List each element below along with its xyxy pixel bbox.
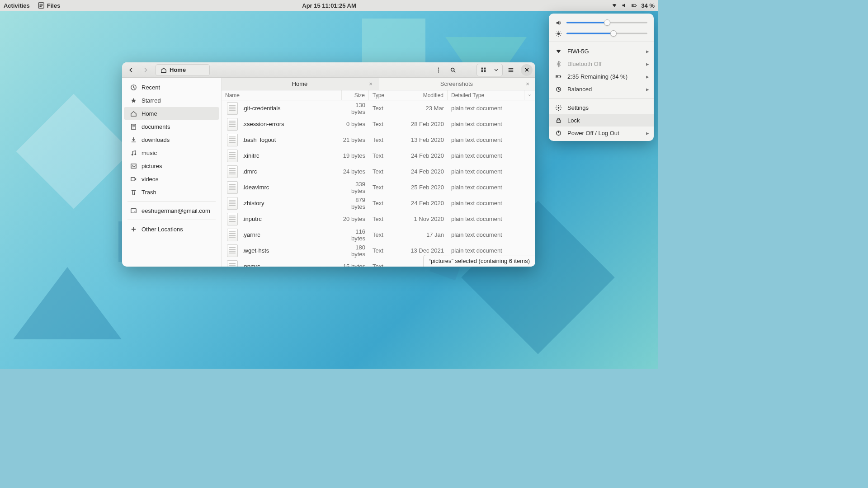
file-name: .inputrc: [242, 216, 342, 222]
window-close-button[interactable]: [521, 64, 533, 76]
file-list[interactable]: .git-credentials130 bytesText23 Marplain…: [222, 100, 535, 267]
system-status-area[interactable]: 34 %: [611, 2, 655, 9]
file-detailed-type: plain text document: [448, 200, 535, 206]
file-row[interactable]: .xsession-errors0 bytesText28 Feb 2020pl…: [222, 116, 535, 132]
tab-home[interactable]: Home×: [222, 78, 378, 90]
file-type: Text: [369, 216, 403, 222]
picture-icon: [130, 163, 137, 169]
places-sidebar: RecentStarredHomedocumentsdownloadsmusic…: [122, 78, 222, 267]
col-size[interactable]: Size: [342, 90, 369, 100]
home-icon: [130, 110, 137, 117]
svg-rect-19: [131, 208, 136, 212]
sidebar-item-downloads[interactable]: downloads: [124, 133, 219, 146]
sidebar-item-recent[interactable]: Recent: [124, 81, 219, 94]
file-row[interactable]: .ideavimrc339 bytesText25 Feb 2020plain …: [222, 179, 535, 195]
file-type: Text: [369, 263, 403, 267]
bluetooth-menu-item[interactable]: Bluetooth Off ▸: [549, 57, 654, 70]
sidebar-item-documents[interactable]: documents: [124, 120, 219, 133]
power-off-menu-item[interactable]: Power Off / Log Out ▸: [549, 127, 654, 139]
chevron-right-icon: ▸: [646, 73, 649, 80]
panel-clock[interactable]: Apr 15 11:01:25 AM: [302, 2, 356, 9]
file-row[interactable]: .dmrc24 bytesText24 Feb 2020plain text d…: [222, 164, 535, 179]
text-file-icon: [227, 165, 238, 178]
col-name[interactable]: Name: [222, 90, 342, 100]
brightness-slider[interactable]: [566, 30, 647, 37]
file-name: .zhistory: [242, 200, 342, 206]
file-row[interactable]: .inputrc20 bytesText1 Nov 2020plain text…: [222, 211, 535, 227]
file-size: 339 bytes: [342, 181, 369, 194]
app-menu-label: Files: [47, 2, 61, 9]
sidebar-item-pictures[interactable]: pictures: [124, 160, 219, 172]
sidebar-item-home[interactable]: Home: [124, 107, 219, 120]
file-type: Text: [369, 136, 403, 143]
file-type: Text: [369, 247, 403, 254]
hamburger-menu-button[interactable]: [505, 64, 517, 76]
power-profile-icon: [555, 86, 562, 93]
sidebar-item-music[interactable]: music: [124, 146, 219, 159]
svg-rect-8: [481, 68, 483, 70]
sidebar-item-starred[interactable]: Starred: [124, 94, 219, 107]
app-menu[interactable]: Files: [38, 2, 61, 9]
col-type[interactable]: Type: [369, 90, 403, 100]
file-modified: 24 Feb 2020: [403, 168, 448, 175]
video-icon: [130, 176, 137, 183]
nav-back-button[interactable]: [125, 64, 137, 76]
file-size: 19 bytes: [342, 152, 369, 159]
trash-icon: [130, 189, 137, 196]
file-name: .wget-hsts: [242, 247, 342, 254]
file-row[interactable]: .yarnrc116 bytesText17 Janplain text doc…: [222, 227, 535, 243]
music-icon: [130, 150, 137, 156]
search-button[interactable]: [447, 64, 459, 76]
sidebar-item-videos[interactable]: videos: [124, 173, 219, 185]
activities-button[interactable]: Activities: [4, 2, 30, 9]
file-name: .xsession-errors: [242, 121, 342, 127]
chevron-down-icon: [494, 67, 499, 72]
file-type: Text: [369, 105, 403, 112]
power-profile-menu-item[interactable]: Balanced ▸: [549, 83, 654, 95]
view-dropdown-button[interactable]: [490, 65, 502, 75]
lock-menu-item[interactable]: Lock: [549, 114, 654, 127]
chevron-down-icon: [528, 93, 531, 98]
tab-screenshots[interactable]: Screenshots×: [378, 78, 535, 90]
file-modified: 13 Dec 2021: [403, 247, 448, 254]
file-name: .bash_logout: [242, 136, 342, 143]
column-header[interactable]: Name Size Type Modified Detailed Type: [222, 90, 535, 100]
volume-slider[interactable]: [566, 19, 647, 26]
col-modified[interactable]: Modified: [403, 90, 448, 100]
battery-menu-item[interactable]: 2:35 Remaining (34 %) ▸: [549, 70, 654, 83]
svg-rect-24: [557, 75, 558, 77]
file-type: Text: [369, 231, 403, 238]
svg-rect-11: [484, 70, 486, 72]
svg-point-26: [558, 107, 560, 108]
file-row[interactable]: .xinitrc19 bytesText24 Feb 2020plain tex…: [222, 148, 535, 164]
grid-icon: [481, 67, 486, 73]
view-grid-button[interactable]: [477, 65, 489, 75]
sidebar-item-trash[interactable]: Trash: [124, 186, 219, 198]
nav-forward-button[interactable]: [139, 64, 152, 76]
file-row[interactable]: .bash_logout21 bytesText13 Feb 2020plain…: [222, 132, 535, 148]
file-row[interactable]: .git-credentials130 bytesText23 Marplain…: [222, 100, 535, 116]
settings-menu-item[interactable]: Settings: [549, 101, 654, 114]
path-bar[interactable]: Home: [156, 64, 210, 76]
chevron-right-icon: ▸: [646, 48, 649, 55]
wifi-menu-item[interactable]: FiWi-5G ▸: [549, 45, 654, 57]
column-menu-button[interactable]: [524, 90, 535, 100]
file-name: .dmrc: [242, 168, 342, 175]
chevron-right-icon: ▸: [646, 61, 649, 67]
files-app-icon: [38, 2, 44, 9]
svg-rect-3: [632, 5, 634, 6]
battery-icon: [555, 73, 562, 80]
tab-close-button[interactable]: ×: [524, 80, 531, 88]
tab-label: Home: [292, 80, 308, 87]
tab-close-button[interactable]: ×: [367, 80, 374, 88]
svg-point-15: [134, 153, 136, 155]
file-detailed-type: plain text document: [448, 152, 535, 159]
col-detailed-type[interactable]: Detailed Type: [448, 90, 524, 100]
more-menu-button[interactable]: [432, 64, 445, 76]
window-titlebar[interactable]: Home: [122, 62, 535, 78]
sidebar-item-other-locations[interactable]: Other Locations: [124, 223, 219, 235]
sidebar-item-eeshugerman-gmail-com[interactable]: eeshugerman@gmail.com: [124, 204, 219, 217]
file-row[interactable]: .zhistory879 bytesText24 Feb 2020plain t…: [222, 195, 535, 211]
path-label: Home: [170, 66, 186, 73]
text-file-icon: [227, 197, 238, 210]
